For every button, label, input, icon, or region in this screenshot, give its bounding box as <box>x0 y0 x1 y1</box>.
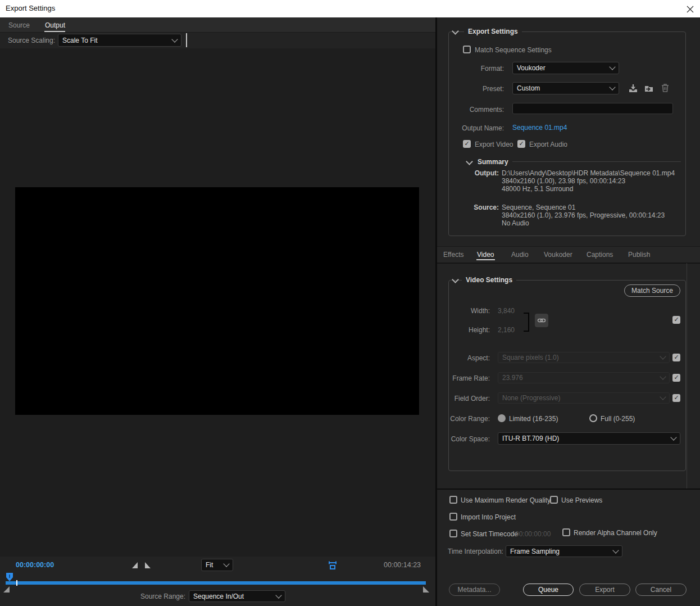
cancel-button[interactable]: Cancel <box>635 584 687 596</box>
export-settings-dialog: Export Settings Source Output Source Sca… <box>0 0 700 606</box>
export-audio-label: Export Audio <box>529 141 567 148</box>
color-range-limited-radio[interactable] <box>498 414 506 422</box>
export-settings-title: Export Settings <box>464 28 522 35</box>
window-title: Export Settings <box>6 4 55 12</box>
aspect-auto-checkbox[interactable] <box>672 354 680 361</box>
tab-audio[interactable]: Audio <box>511 251 529 259</box>
chevron-down-icon <box>660 353 666 359</box>
aspect-select[interactable]: Square pixels (1.0) <box>498 352 670 363</box>
color-space-value: ITU-R BT.709 (HD) <box>502 435 559 442</box>
time-interpolation-label: Time Interpolation: <box>448 548 503 555</box>
playhead-line <box>16 580 17 586</box>
work-area-start-icon <box>3 586 10 593</box>
use-previews-checkbox[interactable] <box>550 496 558 504</box>
size-auto-checkbox[interactable] <box>672 316 680 324</box>
source-scaling-value: Scale To Fit <box>62 37 97 44</box>
color-space-select[interactable]: ITU-R BT.709 (HD) <box>498 432 680 445</box>
metadata-button[interactable]: Metadata... <box>449 584 500 596</box>
delete-preset-icon <box>660 83 670 93</box>
set-out-point-button[interactable] <box>143 560 153 570</box>
export-video-label: Export Video <box>475 141 513 148</box>
use-max-render-quality-checkbox[interactable] <box>449 496 457 504</box>
chevron-down-icon <box>612 547 619 553</box>
color-range-label: Color Range: <box>427 415 490 423</box>
tab-captions[interactable]: Captions <box>587 251 613 259</box>
chevron-down-icon <box>223 560 229 567</box>
tab-output[interactable]: Output <box>45 21 65 29</box>
field-order-auto-checkbox[interactable] <box>672 394 680 402</box>
set-start-timecode-checkbox[interactable] <box>449 530 457 537</box>
chevron-down-icon <box>275 592 281 598</box>
delete-preset-button[interactable] <box>660 82 671 93</box>
output-name-label: Output Name: <box>421 124 504 132</box>
export-button[interactable]: Export <box>579 584 630 596</box>
zoom-level-select[interactable]: Fit <box>201 559 233 571</box>
tab-voukoder[interactable]: Voukoder <box>544 251 572 259</box>
link-icon <box>537 316 546 325</box>
import-into-project-checkbox[interactable] <box>449 513 457 521</box>
field-order-label: Field Order: <box>427 395 490 403</box>
color-range-full-radio[interactable] <box>589 414 597 422</box>
playhead-marker[interactable] <box>6 572 13 582</box>
height-value: 2,160 <box>498 326 515 334</box>
chevron-down-icon <box>609 64 615 70</box>
import-preset-icon <box>644 83 654 93</box>
close-button[interactable] <box>683 2 697 16</box>
set-in-point-button[interactable] <box>130 560 140 570</box>
export-audio-checkbox[interactable] <box>517 140 525 148</box>
aspect-value: Square pixels (1.0) <box>502 354 559 361</box>
source-scaling-select[interactable]: Scale To Fit <box>58 34 181 47</box>
match-sequence-checkbox[interactable] <box>463 46 471 53</box>
tab-video[interactable]: Video <box>477 251 494 259</box>
render-alpha-only-checkbox[interactable] <box>562 528 570 536</box>
frame-rate-value: 23.976 <box>502 374 523 382</box>
time-interpolation-select[interactable]: Frame Sampling <box>506 545 622 557</box>
set-start-timecode-label: Set Start Timecode <box>461 530 518 538</box>
format-select[interactable]: Voukoder <box>512 62 619 74</box>
summary-title: Summary <box>478 158 508 166</box>
in-point-icon <box>130 560 139 569</box>
output-name-link[interactable]: Sequence 01.mp4 <box>512 124 567 132</box>
frame-rate-label: Frame Rate: <box>427 374 490 382</box>
import-preset-button[interactable] <box>643 83 654 94</box>
start-timecode-value[interactable]: 00:00:00:00 <box>515 530 551 538</box>
save-preset-button[interactable] <box>628 83 639 94</box>
source-range-select[interactable]: Sequence In/Out <box>189 590 285 602</box>
field-order-select[interactable]: None (Progressive) <box>498 392 670 404</box>
current-timecode: 00:00:00:00 <box>16 561 54 569</box>
comments-input[interactable] <box>512 103 673 114</box>
link-dimensions-button[interactable] <box>535 314 548 327</box>
summary-source-line: No Audio <box>502 219 529 227</box>
export-video-checkbox[interactable] <box>463 140 471 148</box>
format-label: Format: <box>421 65 504 73</box>
color-range-full-label: Full (0-255) <box>601 415 635 423</box>
summary-output-line: 3840x2160 (1.00), 23.98 fps, 00:00:14:23 <box>502 177 625 185</box>
timeline-bar[interactable] <box>6 581 426 585</box>
preset-label: Preset: <box>421 85 504 93</box>
chevron-down-icon <box>660 373 666 379</box>
width-value: 3,840 <box>498 307 515 315</box>
source-range-value: Sequence In/Out <box>193 593 244 600</box>
caret-line <box>186 33 187 47</box>
frame-rate-auto-checkbox[interactable] <box>672 374 680 382</box>
preset-select[interactable]: Custom <box>512 82 619 94</box>
tab-effects[interactable]: Effects <box>443 251 463 259</box>
chevron-down-icon <box>670 434 676 440</box>
match-source-button[interactable]: Match Source <box>624 284 680 297</box>
work-area-end-handle[interactable] <box>422 586 430 593</box>
work-area-start-handle[interactable] <box>3 586 10 593</box>
frame-rate-select[interactable]: 23.976 <box>498 372 670 383</box>
video-preview <box>15 187 419 415</box>
queue-button[interactable]: Queue <box>523 584 574 596</box>
use-max-render-quality-label: Use Maximum Render Quality <box>461 496 551 504</box>
chevron-down-icon <box>171 36 178 42</box>
crop-output-button[interactable] <box>326 558 339 572</box>
tab-publish[interactable]: Publish <box>628 251 650 259</box>
tab-source[interactable]: Source <box>8 21 30 29</box>
work-area-end-icon <box>422 586 430 593</box>
zoom-level-value: Fit <box>206 561 213 569</box>
height-label: Height: <box>427 326 490 334</box>
tab-output-underline <box>44 31 65 32</box>
left-tabbar <box>0 17 435 33</box>
summary-source-line: 3840x2160 (1.0), 23.976 fps, Progressive… <box>502 211 665 219</box>
